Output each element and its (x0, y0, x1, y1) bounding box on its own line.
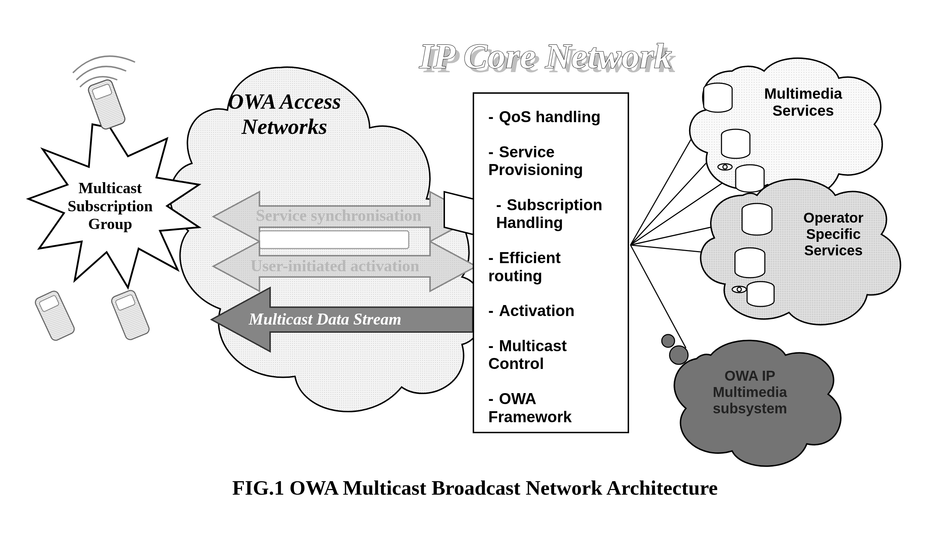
arrow-sync-label: Service synchronisation (256, 206, 421, 225)
core-item: -Activation (488, 302, 617, 320)
device-icon (87, 78, 126, 130)
svg-point-37 (737, 287, 741, 292)
figure-caption: FIG.1 OWA Multicast Broadcast Network Ar… (0, 476, 950, 500)
svg-line-28 (631, 245, 686, 348)
svg-point-39 (662, 334, 675, 347)
device-icon (110, 289, 151, 341)
owa-access-label: OWA Access Networks (210, 89, 359, 140)
svg-point-33 (723, 165, 727, 169)
arrow-activation-label: User-initiated activation (251, 256, 419, 275)
core-functions-box: -QoS handling -Service Provisioning -Sub… (473, 92, 629, 433)
core-item: -Subscription Handling (496, 196, 617, 232)
arrow-multicast-label: Multicast Data Stream (249, 310, 401, 328)
core-connector-left (444, 192, 473, 234)
starburst-label: Multicast Subscription Group (60, 179, 160, 233)
core-item: -OWA Framework (488, 390, 617, 426)
cloud-operator-label: Operator Specific Services (787, 209, 880, 258)
svg-point-40 (669, 346, 688, 364)
cloud-multimedia (690, 58, 882, 198)
diagram-title: IP Core Network (419, 35, 672, 76)
cloud-ims-label: OWA IP Multimedia subsystem (697, 368, 803, 417)
core-item: -QoS handling (488, 108, 617, 126)
device-icon (34, 289, 76, 342)
sync-bar (259, 231, 409, 249)
core-item: -Multicast Control (488, 337, 617, 373)
core-item: -Service Provisioning (488, 143, 617, 179)
cloud-multimedia-label: Multimedia Services (750, 85, 856, 120)
core-item: -Efficient routing (488, 249, 617, 285)
